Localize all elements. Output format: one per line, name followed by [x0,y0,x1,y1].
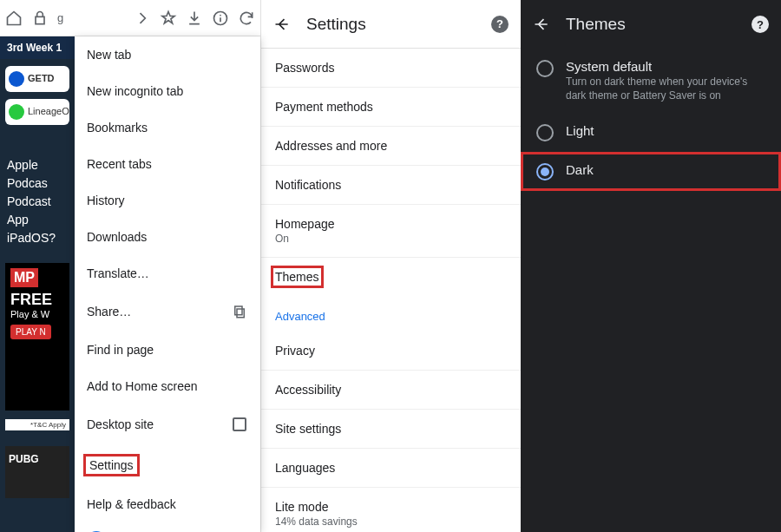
highlight-settings: Settings [83,454,140,476]
menu-downloads[interactable]: Downloads [75,219,260,255]
info-icon[interactable] [212,10,229,27]
menu-settings[interactable]: Settings [75,444,260,486]
banner-week: 3rd Week 1 [0,36,75,59]
settings-lite-mode[interactable]: Lite mode14% data savings [261,488,521,532]
highlight-themes: Themes [275,270,319,284]
radio-selected[interactable] [536,163,554,181]
settings-payment[interactable]: Payment methods [261,88,521,127]
menu-find[interactable]: Find in page [75,332,260,368]
help-icon[interactable]: ? [751,16,769,33]
settings-addresses[interactable]: Addresses and more [261,127,521,166]
settings-advanced-header: Advanced [261,296,521,332]
download-icon[interactable] [186,10,203,27]
svg-point-2 [220,14,221,16]
themes-header: Themes ? [521,0,781,49]
menu-history[interactable]: History [75,182,260,219]
radio-unselected[interactable] [536,60,554,77]
settings-languages[interactable]: Languages [261,449,521,488]
svg-rect-3 [237,309,244,318]
overflow-menu: New tab New incognito tab Bookmarks Rece… [75,36,260,532]
menu-help[interactable]: Help & feedback [75,486,260,522]
help-icon[interactable]: ? [491,16,509,33]
home-icon[interactable] [5,10,23,27]
ad-tc: *T&C Apply [5,419,69,430]
card-getd: GETD [5,66,69,92]
settings-panel: Settings ? Passwords Payment methods Add… [260,0,521,532]
copy-icon [231,303,248,320]
menu-desktop-site[interactable]: Desktop site [75,404,260,444]
settings-passwords[interactable]: Passwords [261,49,521,88]
settings-privacy[interactable]: Privacy [261,332,521,371]
menu-data-saved[interactable]: 352 MB saved since May 30 [75,522,260,532]
settings-list: Passwords Payment methods Addresses and … [261,49,521,532]
article-snippet: Apple Podcas Podcast App iPadOS? [0,132,75,254]
back-icon[interactable] [273,16,291,33]
radio-unselected[interactable] [536,124,554,141]
settings-accessibility[interactable]: Accessibility [261,371,521,410]
browser-toolbar: g [0,0,260,36]
themes-panel: Themes ? System default Turn on dark the… [521,0,781,532]
page-underlay: 3rd Week 1 GETD LineageO Apple Podcas Po… [0,36,75,532]
theme-dark[interactable]: Dark [521,152,781,191]
url-fragment: g [57,11,63,24]
svg-rect-0 [36,16,44,23]
browser-panel: g 3rd Week 1 GETD LineageO Apple Podcas … [0,0,260,532]
settings-notifications[interactable]: Notifications [261,166,521,205]
svg-rect-4 [235,306,242,315]
lock-icon [31,10,49,27]
ad-pubg: PUBG [5,446,69,498]
ad-mp: MP FREE Play & W PLAY N [5,263,69,410]
settings-title: Settings [306,15,476,34]
star-icon[interactable] [160,10,177,27]
settings-themes[interactable]: Themes [261,258,521,296]
menu-recent-tabs[interactable]: Recent tabs [75,146,260,182]
menu-new-tab[interactable]: New tab [75,36,260,73]
menu-bookmarks[interactable]: Bookmarks [75,109,260,146]
themes-title: Themes [566,15,736,34]
card-lineage: LineageO [5,99,69,125]
menu-add-home[interactable]: Add to Home screen [75,368,260,404]
back-icon[interactable] [533,16,550,33]
settings-homepage[interactable]: HomepageOn [261,205,521,258]
theme-system-default[interactable]: System default Turn on dark theme when y… [521,49,781,113]
menu-share[interactable]: Share… [75,292,260,332]
menu-translate[interactable]: Translate… [75,255,260,292]
theme-light[interactable]: Light [521,113,781,152]
forward-icon[interactable] [134,10,151,27]
menu-incognito[interactable]: New incognito tab [75,73,260,109]
desktop-checkbox[interactable] [231,416,248,433]
reload-icon[interactable] [238,10,255,27]
settings-site[interactable]: Site settings [261,410,521,449]
settings-header: Settings ? [261,0,521,49]
